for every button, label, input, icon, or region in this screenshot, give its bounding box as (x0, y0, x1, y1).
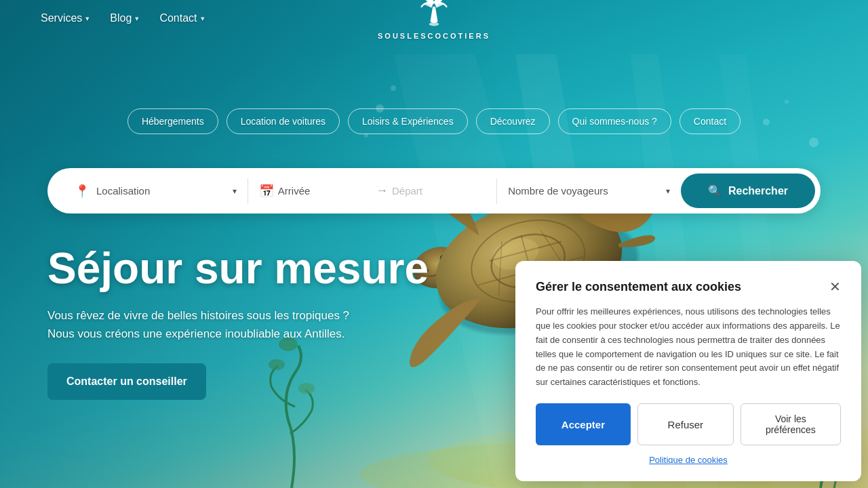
cookie-policy-link[interactable]: Politique de cookies (536, 455, 841, 465)
nav-blog[interactable]: Blog ▾ (110, 12, 139, 24)
cookie-prefs-button[interactable]: Voir les préférences (741, 403, 841, 445)
cta-button[interactable]: Contacter un conseiller (47, 363, 206, 400)
nav-services-label: Services (41, 12, 82, 24)
cookie-refuse-button[interactable]: Refuser (637, 403, 734, 445)
dates-field[interactable]: 📅 Arrivée → Départ (248, 178, 497, 204)
sec-nav-qui[interactable]: Qui sommes-nous ? (558, 108, 671, 134)
localisation-chevron: ▾ (233, 186, 237, 196)
cookie-header: Gérer le consentement aux cookies ✕ (536, 280, 841, 294)
cookie-modal: Gérer le consentement aux cookies ✕ Pour… (515, 261, 861, 481)
cookie-title-normal: aux cookies (668, 280, 741, 293)
nav-contact-label: Contact (159, 12, 197, 24)
logo[interactable]: SOUSLESCOCOTIERS (378, 0, 490, 40)
cookie-buttons: Accepter Refuser Voir les préférences (536, 403, 841, 445)
cookie-close-button[interactable]: ✕ (829, 280, 841, 293)
voyageurs-field[interactable]: Nombre de voyageurs ▾ (497, 180, 681, 202)
depart-text: Départ (392, 185, 486, 197)
hero-section: Services ▾ Blog ▾ Contact ▾ (0, 0, 868, 488)
voyageurs-text: Nombre de voyageurs (508, 185, 659, 197)
sec-nav-voitures[interactable]: Location de voitures (226, 108, 340, 134)
nav-services[interactable]: Services ▾ (41, 12, 90, 24)
hero-subtitle-line2: Nous vous créons une expérience inoublia… (47, 327, 345, 340)
sec-nav-hebergements[interactable]: Hébergements (127, 108, 218, 134)
location-icon: 📍 (75, 184, 90, 199)
arrivee-text: Arrivée (278, 185, 372, 197)
navbar: Services ▾ Blog ▾ Contact ▾ (0, 0, 868, 37)
secondary-nav: Hébergements Location de voitures Loisir… (0, 108, 868, 134)
hero-subtitle: Vous rêvez de vivre de belles histoires … (47, 306, 429, 343)
nav-left: Services ▾ Blog ▾ Contact ▾ (41, 12, 205, 24)
localisation-field[interactable]: 📍 Localisation ▾ (64, 178, 248, 204)
nav-contact[interactable]: Contact ▾ (159, 12, 204, 24)
nav-blog-label: Blog (110, 12, 132, 24)
calendar-icon: 📅 (259, 184, 274, 199)
cookie-accept-button[interactable]: Accepter (536, 403, 631, 445)
hero-content: Séjour sur mesure Vous rêvez de vivre de… (47, 245, 429, 400)
voyageurs-chevron: ▾ (666, 186, 670, 196)
sec-nav-decouvrez[interactable]: Découvrez (476, 108, 550, 134)
nav-services-chevron: ▾ (85, 14, 90, 23)
hero-subtitle-line1: Vous rêvez de vivre de belles histoires … (47, 309, 349, 322)
localisation-text: Localisation (96, 185, 226, 197)
nav-blog-chevron: ▾ (135, 14, 139, 23)
nav-contact-chevron: ▾ (201, 14, 205, 23)
search-bar: 📍 Localisation ▾ 📅 Arrivée → Départ Nomb… (47, 168, 821, 214)
search-button-label: Rechercher (728, 185, 788, 197)
sec-nav-contact[interactable]: Contact (679, 108, 741, 134)
search-button[interactable]: 🔍 Rechercher (681, 174, 815, 208)
hero-title: Séjour sur mesure (47, 245, 429, 292)
logo-text: SOUSLESCOCOTIERS (378, 32, 490, 40)
logo-icon (418, 0, 450, 29)
cookie-title: Gérer le consentement aux cookies (536, 280, 741, 294)
date-arrow: → (376, 184, 388, 198)
search-icon: 🔍 (708, 184, 722, 197)
svg-point-42 (429, 22, 439, 26)
cookie-title-bold: Gérer le consentement (536, 280, 668, 293)
sec-nav-loisirs[interactable]: Loisirs & Expériences (348, 108, 468, 134)
cookie-body-text: Pour offrir les meilleures expériences, … (536, 305, 841, 390)
